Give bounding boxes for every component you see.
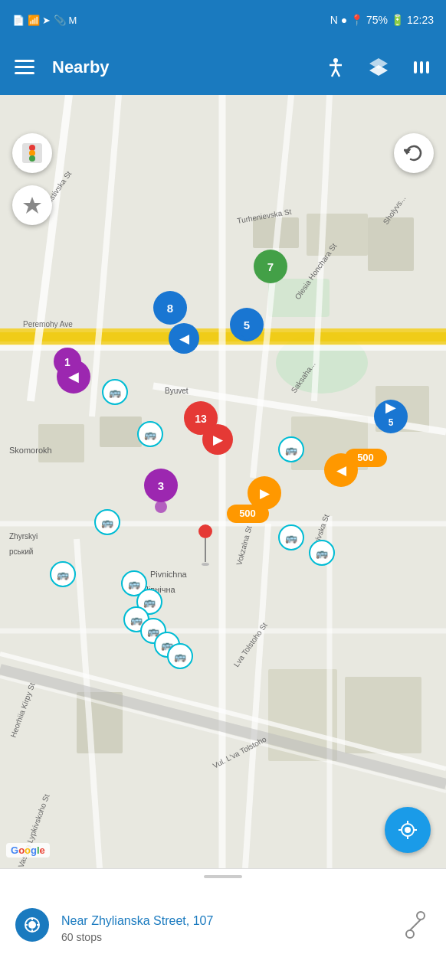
bottom-panel: Near Zhylianska Street, 107 60 stops <box>0 868 446 980</box>
svg-text:◀: ◀ <box>179 332 190 346</box>
svg-rect-10 <box>414 61 417 74</box>
svg-point-104 <box>155 501 167 513</box>
drag-handle[interactable] <box>204 875 242 878</box>
near-label: Near <box>61 914 91 927</box>
svg-text:🚌: 🚌 <box>285 443 298 456</box>
svg-text:Byuvet: Byuvet <box>165 387 189 395</box>
svg-text:7: 7 <box>267 260 274 273</box>
svg-line-6 <box>332 69 336 77</box>
svg-rect-21 <box>100 416 142 447</box>
svg-text:▶: ▶ <box>260 486 271 501</box>
svg-point-147 <box>417 912 425 920</box>
svg-point-135 <box>405 827 411 833</box>
svg-text:▶: ▶ <box>385 400 396 415</box>
menu-button[interactable] <box>9 52 40 83</box>
svg-text:8: 8 <box>167 302 173 315</box>
svg-rect-17 <box>307 214 368 256</box>
svg-marker-9 <box>369 65 388 76</box>
svg-text:Skomorokh: Skomorokh <box>9 446 52 455</box>
favorites-button[interactable] <box>12 185 52 225</box>
svg-text:Pivnichna: Pivnichna <box>150 570 188 579</box>
google-logo: Google <box>6 843 50 858</box>
svg-rect-2 <box>15 72 34 74</box>
stops-count: 60 stops <box>61 931 388 943</box>
svg-text:🚌: 🚌 <box>101 516 114 529</box>
layers-button[interactable] <box>363 52 394 83</box>
app-title: Nearby <box>52 57 308 77</box>
svg-point-130 <box>29 145 35 151</box>
svg-point-132 <box>29 155 35 162</box>
svg-rect-1 <box>15 66 34 68</box>
map-svg: Zolotoustivska St Turhenievska St Sholyv… <box>0 95 446 868</box>
accessibility-button[interactable] <box>320 52 351 83</box>
traffic-button[interactable] <box>12 133 52 173</box>
svg-text:рський: рський <box>9 547 33 556</box>
svg-text:🚌: 🚌 <box>144 428 157 441</box>
svg-text:🚌: 🚌 <box>174 650 187 663</box>
svg-text:5: 5 <box>389 417 394 428</box>
svg-point-3 <box>333 58 338 63</box>
svg-point-121 <box>202 563 209 566</box>
map-view[interactable]: Zolotoustivska St Turhenievska St Sholyv… <box>0 95 446 868</box>
svg-text:Peremohy Ave: Peremohy Ave <box>23 320 73 328</box>
street-name: Zhylianska Street, 107 <box>91 914 213 927</box>
location-info: Near Zhylianska Street, 107 60 stops <box>61 914 388 943</box>
refresh-button[interactable] <box>394 133 434 173</box>
app-bar: Nearby <box>0 40 446 95</box>
filter-button[interactable] <box>406 52 437 83</box>
svg-rect-11 <box>420 61 423 74</box>
svg-point-141 <box>28 921 36 929</box>
svg-text:500: 500 <box>239 508 256 519</box>
status-right: N ● 📍 75% 🔋 12:23 <box>330 14 434 26</box>
svg-marker-133 <box>23 197 41 214</box>
svg-text:1: 1 <box>64 356 71 368</box>
location-indicator <box>15 908 49 942</box>
svg-text:3: 3 <box>158 479 164 492</box>
svg-point-131 <box>29 150 35 156</box>
svg-rect-12 <box>426 61 429 74</box>
svg-rect-22 <box>38 424 84 462</box>
svg-text:🚌: 🚌 <box>109 386 122 399</box>
my-location-button[interactable] <box>385 807 431 853</box>
svg-text:Zhyrskyi: Zhyrskyi <box>9 532 38 541</box>
svg-point-119 <box>198 524 212 538</box>
svg-rect-0 <box>15 60 34 62</box>
svg-text:🚌: 🚌 <box>130 613 143 626</box>
status-time: 12:23 <box>407 14 434 26</box>
svg-text:🚌: 🚌 <box>316 547 329 560</box>
svg-text:🚌: 🚌 <box>143 596 156 609</box>
svg-point-148 <box>406 930 414 938</box>
route-button[interactable] <box>400 910 431 940</box>
svg-text:◀: ◀ <box>336 463 347 478</box>
svg-text:13: 13 <box>195 413 207 425</box>
svg-rect-24 <box>345 677 421 753</box>
status-icons: 📄 📶 ➤ 📎 M <box>12 15 77 26</box>
street-address: Near Zhylianska Street, 107 <box>61 914 388 928</box>
svg-text:🚌: 🚌 <box>285 531 298 544</box>
svg-text:🚌: 🚌 <box>128 577 141 590</box>
svg-rect-18 <box>368 217 414 271</box>
status-indicators: N ● 📍 75% 🔋 <box>330 14 404 26</box>
svg-text:▶: ▶ <box>213 433 224 447</box>
svg-text:5: 5 <box>244 318 250 332</box>
svg-line-149 <box>410 920 421 930</box>
svg-line-7 <box>336 69 339 77</box>
status-bar: 📄 📶 ➤ 📎 M N ● 📍 75% 🔋 12:23 <box>0 0 446 40</box>
status-left-icons: 📄 📶 ➤ 📎 M <box>12 15 77 26</box>
svg-text:500: 500 <box>357 452 374 463</box>
svg-text:🚌: 🚌 <box>57 568 70 581</box>
